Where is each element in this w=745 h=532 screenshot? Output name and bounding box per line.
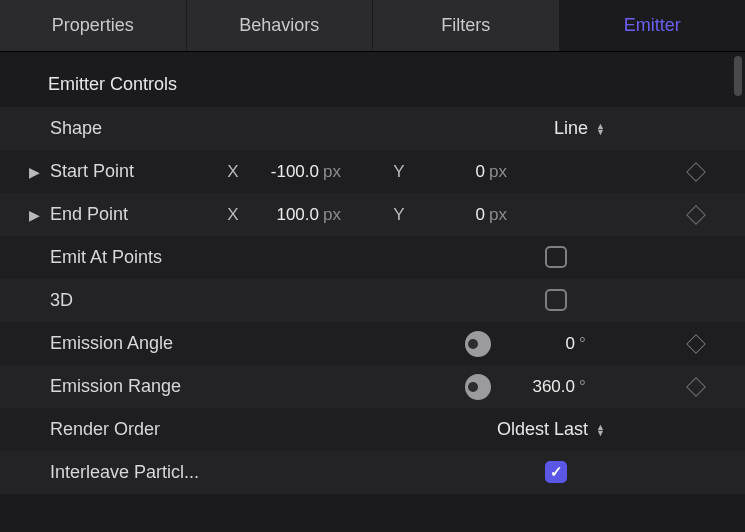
tab-properties[interactable]: Properties (0, 0, 187, 51)
row-emit-at-points: ▶ Emit At Points (0, 236, 745, 279)
tab-label: Behaviors (239, 15, 319, 36)
label-interleave: Interleave Particl... (44, 462, 209, 483)
row-3d: ▶ 3D (0, 279, 745, 322)
stepper-icon: ▲▼ (596, 123, 605, 135)
checkbox-3d[interactable] (545, 289, 567, 311)
section-title: Emitter Controls (0, 66, 745, 107)
checkbox-emit-at-points[interactable] (545, 246, 567, 268)
keyframe-end-point[interactable] (686, 205, 706, 225)
disclosure-end-point[interactable]: ▶ (24, 207, 44, 223)
render-order-dropdown[interactable]: Oldest Last ▲▼ (497, 419, 605, 440)
end-point-y[interactable]: 0 (413, 205, 489, 225)
start-point-y[interactable]: 0 (413, 162, 489, 182)
label-start-point: Start Point (44, 161, 209, 182)
axis-y-label: Y (385, 205, 413, 225)
start-point-x[interactable]: -100.0 (247, 162, 323, 182)
tab-label: Filters (441, 15, 490, 36)
label-emission-range: Emission Range (44, 376, 209, 397)
unit-px: px (489, 162, 523, 182)
row-emission-angle: ▶ Emission Angle 0 ° (0, 322, 745, 365)
end-point-x[interactable]: 100.0 (247, 205, 323, 225)
keyframe-emission-angle[interactable] (686, 334, 706, 354)
label-emit-at-points: Emit At Points (44, 247, 209, 268)
unit-px: px (489, 205, 523, 225)
tab-label: Properties (52, 15, 134, 36)
label-render-order: Render Order (44, 419, 209, 440)
unit-degree: ° (579, 334, 605, 354)
stepper-icon: ▲▼ (596, 424, 605, 436)
label-end-point: End Point (44, 204, 209, 225)
emission-range-value[interactable]: 360.0 (507, 377, 579, 397)
checkbox-interleave[interactable] (545, 461, 567, 483)
row-render-order: ▶ Render Order Oldest Last ▲▼ (0, 408, 745, 451)
label-3d: 3D (44, 290, 209, 311)
inspector-tabs: Properties Behaviors Filters Emitter (0, 0, 745, 52)
shape-dropdown[interactable]: Line ▲▼ (554, 118, 605, 139)
shape-value: Line (554, 118, 588, 139)
unit-degree: ° (579, 377, 605, 397)
row-emission-range: ▶ Emission Range 360.0 ° (0, 365, 745, 408)
axis-x-label: X (219, 162, 247, 182)
label-emission-angle: Emission Angle (44, 333, 209, 354)
row-start-point: ▶ Start Point X -100.0 px Y 0 px (0, 150, 745, 193)
row-end-point: ▶ End Point X 100.0 px Y 0 px (0, 193, 745, 236)
render-order-value: Oldest Last (497, 419, 588, 440)
emission-angle-value[interactable]: 0 (507, 334, 579, 354)
disclosure-start-point[interactable]: ▶ (24, 164, 44, 180)
tab-filters[interactable]: Filters (373, 0, 560, 51)
row-shape: ▶ Shape Line ▲▼ (0, 107, 745, 150)
unit-px: px (323, 162, 357, 182)
emitter-panel: Emitter Controls ▶ Shape Line ▲▼ ▶ Start… (0, 52, 745, 494)
axis-x-label: X (219, 205, 247, 225)
tab-emitter[interactable]: Emitter (560, 0, 746, 51)
keyframe-emission-range[interactable] (686, 377, 706, 397)
label-shape: Shape (44, 118, 209, 139)
keyframe-start-point[interactable] (686, 162, 706, 182)
axis-y-label: Y (385, 162, 413, 182)
dial-emission-range[interactable] (465, 374, 491, 400)
row-interleave: ▶ Interleave Particl... (0, 451, 745, 494)
tab-behaviors[interactable]: Behaviors (187, 0, 374, 51)
dial-emission-angle[interactable] (465, 331, 491, 357)
unit-px: px (323, 205, 357, 225)
tab-label: Emitter (624, 15, 681, 36)
